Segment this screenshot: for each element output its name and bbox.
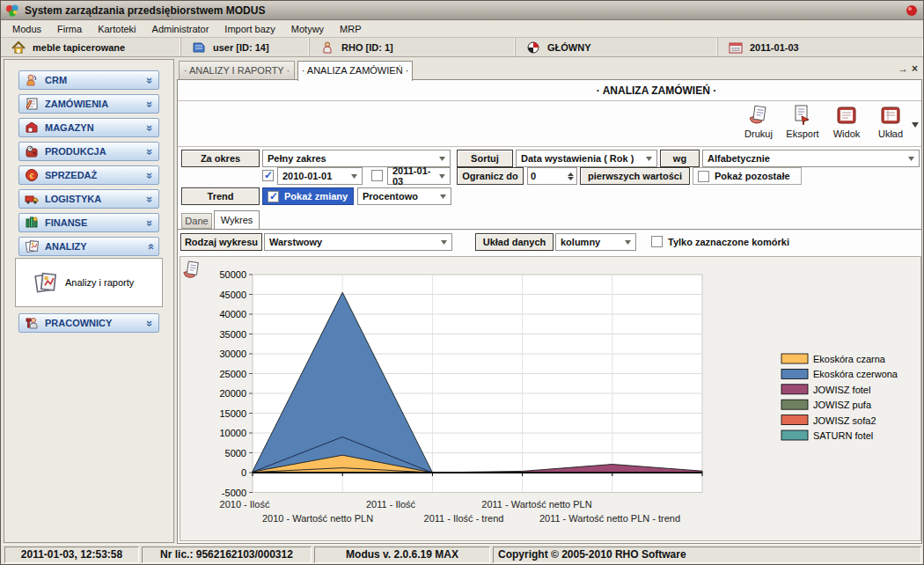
person-icon — [320, 40, 334, 55]
status-copyright: Copyright © 2005-2010 RHO Software — [493, 547, 921, 563]
database-icon — [526, 40, 540, 55]
chevron-down-icon: » — [143, 77, 157, 83]
sort-select[interactable]: Data wystawienia ( Rok ) — [516, 150, 657, 167]
date-to-checkbox[interactable] — [371, 170, 383, 181]
sidebar-item-magazyn[interactable]: MAGAZYN» — [18, 118, 159, 137]
chevron-down-icon — [440, 194, 446, 199]
toolbar-user[interactable]: user [ID: 14] — [181, 38, 310, 56]
sortuj-button[interactable]: Sortuj — [457, 150, 513, 167]
sidebar-item-finanse[interactable]: FINANSE» — [18, 213, 159, 232]
sidebar-item-zamowienia[interactable]: ZAMÓWIENIA» — [18, 94, 159, 114]
menu-motywy[interactable]: Motywy — [283, 22, 332, 36]
sidebar-label-analizy: ANALIZY — [45, 241, 87, 252]
view-button[interactable]: Widok — [828, 104, 865, 139]
limit-stepper[interactable]: 0 — [527, 167, 577, 185]
chevron-down-icon — [625, 240, 631, 245]
pokaz-zmiany-checkbox[interactable] — [268, 191, 279, 202]
spinner-up-icon[interactable] — [568, 172, 574, 176]
menu-firma[interactable]: Firma — [49, 22, 90, 36]
sidebar-item-crm[interactable]: CRM» — [18, 70, 159, 90]
date-from-select[interactable]: 2010-01-01 — [277, 167, 363, 185]
print-button[interactable]: Drukuj — [740, 104, 777, 139]
toolbar-database[interactable]: GŁÓWNY — [516, 38, 718, 56]
svg-text:30000: 30000 — [219, 349, 246, 359]
wg-select[interactable]: Alfabetycznie — [702, 150, 920, 167]
titlebar-orb-icon[interactable] — [905, 4, 919, 18]
export-label: Eksport — [786, 128, 818, 139]
toolbar-operator[interactable]: RHO [ID: 1] — [310, 38, 516, 56]
svg-text:15000: 15000 — [219, 408, 246, 419]
sidebar-item-produkcja[interactable]: PRODUKCJA» — [18, 142, 159, 161]
date-to-select[interactable]: 2011-01-03 — [387, 167, 451, 185]
toolbar-date[interactable]: 2011-01-03 — [718, 38, 923, 56]
pokaz-pozostale-label: Pokaż pozostałe — [715, 171, 790, 181]
menu-modus[interactable]: Modus — [4, 22, 49, 36]
layout-button[interactable]: Układ — [872, 104, 909, 139]
pokaz-pozostale-checkbox[interactable] — [698, 171, 709, 182]
chevron-up-icon: » — [143, 243, 157, 249]
print-icon — [181, 260, 202, 281]
warehouse-box-icon — [25, 121, 39, 135]
date-from-checkbox[interactable] — [262, 170, 274, 181]
app-logo-icon — [5, 4, 19, 18]
menu-import-bazy[interactable]: Import bazy — [216, 22, 282, 36]
tab-wykres[interactable]: Wykres — [214, 210, 260, 229]
sidebar-subitem-analizy-i-raporty[interactable]: Analizy i raporty — [15, 258, 163, 307]
sidebar: CRM» ZAMÓWIENIA» MAGAZYN» PRODUKCJA» € S… — [4, 59, 174, 543]
svg-text:€: € — [29, 172, 33, 180]
sidebar-item-analizy[interactable]: ANALIZY» — [18, 237, 159, 256]
menu-bar: Modus Firma Kartoteki Administrator Impo… — [1, 20, 923, 38]
chevron-down-icon: » — [143, 124, 157, 130]
actions-dropdown-icon[interactable] — [912, 122, 919, 128]
export-button[interactable]: Eksport — [784, 104, 821, 139]
zmiany-mode-select[interactable]: Procentowo — [357, 187, 451, 205]
zmiany-mode-value: Procentowo — [363, 191, 418, 202]
chevron-down-icon: » — [143, 219, 157, 225]
toolbar-date-label: 2011-01-03 — [750, 42, 799, 53]
chevron-down-icon — [351, 174, 357, 179]
menu-mrp[interactable]: MRP — [332, 22, 369, 36]
pokaz-zmiany-label: Pokaż zmiany — [284, 191, 348, 202]
chevron-down-icon — [646, 157, 652, 161]
layout-label: Układ — [878, 128, 903, 139]
tab-analizy-i-raporty[interactable]: · ANALIZY I RAPORTY · — [179, 61, 295, 80]
detach-panel-icon[interactable]: → — [898, 62, 908, 75]
svg-text:2010 - Wartość netto PLN: 2010 - Wartość netto PLN — [262, 513, 373, 524]
trend-button[interactable]: Trend — [181, 187, 260, 205]
pokaz-pozostale-group[interactable]: Pokaż pozostałe — [693, 167, 802, 185]
menu-administrator[interactable]: Administrator — [144, 22, 217, 36]
ogranicz-do-button[interactable]: Ogranicz do — [457, 167, 524, 185]
pokaz-zmiany-group[interactable]: Pokaż zmiany — [262, 187, 354, 205]
menu-kartoteki[interactable]: Kartoteki — [90, 22, 143, 36]
sidebar-item-sprzedaz[interactable]: € SPRZEDAŻ» — [18, 165, 159, 185]
rodzaj-wykresu-value: Warstwowy — [269, 237, 322, 247]
uklad-danych-button[interactable]: Układ danych — [475, 233, 554, 251]
wg-button[interactable]: wg — [660, 150, 700, 167]
production-machine-icon — [25, 144, 39, 158]
svg-text:40000: 40000 — [219, 309, 246, 319]
pierwszych-wartosci-button[interactable]: pierwszych wartości — [580, 167, 690, 185]
svg-text:25000: 25000 — [219, 369, 246, 379]
spinner-down-icon[interactable] — [568, 177, 574, 180]
toolbar-company[interactable]: meble tapicerowane — [1, 38, 181, 56]
status-license: Nr lic.: 9562162103/000312 — [142, 547, 312, 563]
tab-dane[interactable]: Dane — [181, 213, 212, 229]
close-panel-icon[interactable]: × — [912, 62, 918, 75]
calendar-icon — [729, 40, 743, 55]
status-toolbar: meble tapicerowane user [ID: 14] RHO [ID… — [1, 38, 923, 57]
tab-analiza-zamowien[interactable]: · ANALIZA ZAMÓWIEŃ · — [297, 61, 413, 81]
toolbar-user-label: user [ID: 14] — [213, 42, 269, 53]
range-select[interactable]: Pełny zakres — [262, 150, 451, 167]
rodzaj-wykresu-button[interactable]: Rodzaj wykresu — [180, 233, 262, 251]
uklad-danych-select[interactable]: kolumny — [555, 233, 636, 251]
sidebar-item-logistyka[interactable]: LOGISTYKA» — [18, 189, 159, 209]
sidebar-item-pracownicy[interactable]: PRACOWNICY» — [18, 313, 159, 333]
employees-tools-icon — [25, 316, 39, 330]
chart-print-button[interactable] — [181, 260, 202, 282]
tylko-zaznaczone-checkbox[interactable] — [651, 236, 663, 247]
view-icon — [835, 104, 858, 127]
za-okres-button[interactable]: Za okres — [181, 150, 260, 167]
tab-page-analiza-zamowien: · ANALIZA ZAMÓWIEŃ · Drukuj Eksport Wido… — [177, 79, 922, 544]
svg-text:Ekoskóra czerwona: Ekoskóra czerwona — [813, 369, 898, 379]
rodzaj-wykresu-select[interactable]: Warstwowy — [264, 233, 452, 251]
